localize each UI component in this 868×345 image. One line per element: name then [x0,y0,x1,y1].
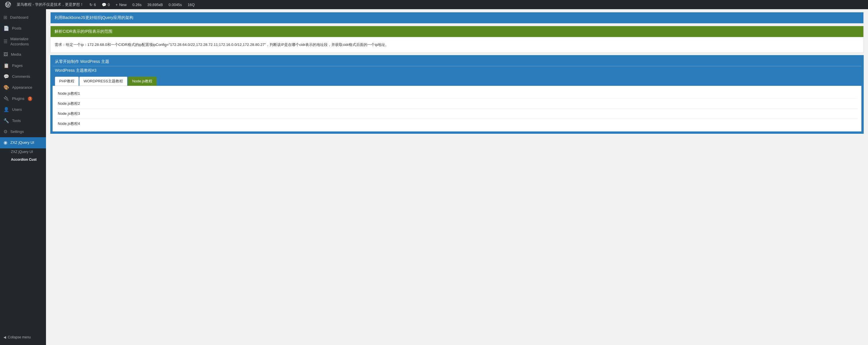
admin-bar: 菜鸟教程 - 学的不仅是技术，更是梦想！ ↻ 6 💬 0 + New 0.26s… [0,0,868,9]
backbone-header: 利用BackboneJS更好组织jQuery应用的架构 [51,12,863,23]
dashboard-icon: ⊞ [3,14,7,21]
backbone-block: 利用BackboneJS更好组织jQuery应用的架构 [50,12,864,24]
sidebar-item-label: Comments [12,74,30,79]
sidebar-item-zxz[interactable]: ◉ ZXZ jQuery UI [0,137,46,148]
sidebar-item-label: Posts [12,26,22,31]
sidebar-sub-label: Accordion Cust [11,158,36,162]
comments-icon[interactable]: 💬 0 [99,0,113,9]
theme-main-header: 从零开始制作 WordPress 主题 [53,58,861,66]
cidr-block: 解析CIDR表示的IP段表示的范围 需求：给定一个ip：172.28.68.0和… [50,26,864,53]
sidebar-item-dashboard[interactable]: ⊞ Dashboard [0,12,46,23]
sidebar-sub-label: ZXZ jQuery UI [11,150,33,154]
wp-logo[interactable] [2,0,14,9]
cidr-content: 需求：给定一个ip：172.28.68.0和一个CIDR格式的ip配置项ipCo… [51,37,863,53]
zxz-icon: ◉ [3,139,7,146]
theme-sub-header: WordPress 主题教程#3 [53,66,861,75]
sidebar-item-label: Settings [10,129,24,134]
perf-query-time: 0.0045s [166,0,185,9]
sidebar-item-plugins[interactable]: 🔌 Plugins 3 [0,93,46,104]
collapse-menu[interactable]: ◀ Collapse menu [0,332,46,342]
perf-memory: 39,695кB [144,0,165,9]
list-item: Node.js教程1 [57,89,857,99]
updates-icon[interactable]: ↻ 6 [87,0,99,9]
list-item: Node.js教程2 [57,99,857,109]
sidebar-item-label: Materialize Accordions [10,36,42,47]
plugins-icon: 🔌 [3,96,9,102]
sidebar-item-posts[interactable]: 📄 Posts [0,23,46,34]
sidebar-item-comments[interactable]: 💬 Comments [0,71,46,82]
theme-section: 从零开始制作 WordPress 主题 WordPress 主题教程#3 PHP… [50,55,864,134]
sidebar-sub-zxz-jquery[interactable]: ZXZ jQuery UI [0,148,46,156]
sidebar: ⊞ Dashboard 📄 Posts ☰ Materialize Accord… [0,9,46,345]
new-button[interactable]: + New [113,0,130,9]
collapse-label: Collapse menu [8,335,31,339]
perf-time: 0.26s [130,0,145,9]
plugins-badge: 3 [28,97,32,101]
media-icon: 🖼 [3,51,8,58]
sidebar-item-label: Media [11,52,21,57]
site-name[interactable]: 菜鸟教程 - 学的不仅是技术，更是梦想！ [14,0,87,9]
sidebar-item-appearance[interactable]: 🎨 Appearance [0,82,46,93]
settings-icon: ⚙ [3,129,7,135]
theme-tabs: PHP教程 WORDPRESS主题教程 Node.js教程 [53,75,861,86]
tab-nodejs-content: Node.js教程1 Node.js教程2 Node.js教程3 Node.js… [53,86,861,132]
tab-wordpress[interactable]: WORDPRESS主题教程 [79,77,127,86]
main-content: 利用BackboneJS更好组织jQuery应用的架构 解析CIDR表示的IP段… [46,9,868,345]
sidebar-item-pages[interactable]: 📋 Pages [0,60,46,71]
sidebar-item-label: Users [12,107,22,112]
sidebar-sub-accordion[interactable]: Accordion Cust [0,156,46,164]
sidebar-item-materialize[interactable]: ☰ Materialize Accordions [0,34,46,49]
sidebar-item-label: Plugins [12,96,25,101]
perf-queries: 16Q [185,0,198,9]
sidebar-item-label: ZXZ jQuery UI [10,140,34,145]
tools-icon: 🔧 [3,118,9,124]
sidebar-item-users[interactable]: 👤 Users [0,104,46,115]
list-item: Node.js教程3 [57,109,857,119]
comments-nav-icon: 💬 [3,73,9,80]
collapse-icon: ◀ [3,335,6,339]
sidebar-item-label: Appearance [12,85,32,90]
appearance-icon: 🎨 [3,84,9,91]
posts-icon: 📄 [3,25,9,32]
sidebar-item-media[interactable]: 🖼 Media [0,49,46,60]
cidr-header: 解析CIDR表示的IP段表示的范围 [51,26,863,37]
materialize-icon: ☰ [3,38,7,45]
list-item: Node.js教程4 [57,119,857,129]
sidebar-item-label: Dashboard [10,15,28,20]
sidebar-item-settings[interactable]: ⚙ Settings [0,126,46,137]
sidebar-item-tools[interactable]: 🔧 Tools [0,115,46,126]
tab-php[interactable]: PHP教程 [55,77,79,86]
tab-nodejs[interactable]: Node.js教程 [128,77,157,86]
pages-icon: 📋 [3,63,9,69]
sidebar-item-label: Pages [12,63,23,68]
users-icon: 👤 [3,106,9,113]
sidebar-item-label: Tools [12,118,21,124]
